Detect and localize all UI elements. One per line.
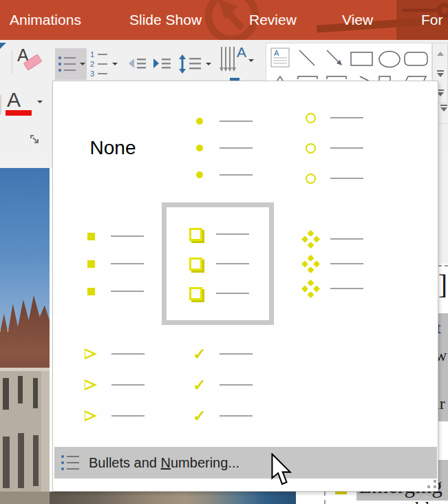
filled-round-bullet-icon xyxy=(196,171,203,178)
bullet-option-filled-square[interactable] xyxy=(61,202,164,325)
more-bar-icon xyxy=(437,70,444,72)
tab-slide-show[interactable]: Slide Show xyxy=(129,0,202,40)
bullet-option-star[interactable] xyxy=(280,202,385,325)
bullet-option-none[interactable]: None xyxy=(61,96,164,200)
resize-grip-icon[interactable] xyxy=(434,485,436,488)
slide-photo xyxy=(0,168,50,504)
hollow-square-bullet-icon xyxy=(189,287,202,300)
triangle-up-icon xyxy=(437,52,444,56)
line-spacing-icon xyxy=(178,54,202,74)
placeholder-border xyxy=(438,265,448,266)
powerpoint-window: Animations Slide Show Review View For A … xyxy=(0,0,448,504)
text-direction-button[interactable]: A xyxy=(219,44,259,80)
font-color-swatch xyxy=(6,110,32,116)
bullets-icon xyxy=(61,455,79,470)
ribbon-tab-bar: Animations Slide Show Review View For xyxy=(0,0,448,40)
increase-indent-button[interactable] xyxy=(153,51,173,77)
increase-indent-icon xyxy=(153,56,172,71)
shape-oval[interactable] xyxy=(378,50,401,68)
placeholder-border xyxy=(324,492,326,504)
filled-round-bullet-icon xyxy=(196,145,203,151)
textbox-letter: A xyxy=(274,49,279,57)
arrow-bullet-icon xyxy=(85,348,98,359)
shape-text-box[interactable]: A xyxy=(270,48,290,68)
chevron-down-icon xyxy=(248,59,254,62)
font-color-button[interactable]: A xyxy=(4,88,44,120)
bullets-and-numbering-menu-item[interactable]: Bullets and Numbering... xyxy=(54,447,437,479)
arrow-bullet-icon xyxy=(85,379,98,390)
filled-square-bullet-icon xyxy=(87,233,95,240)
bullet-option-hollow-square-selected[interactable] xyxy=(162,202,274,325)
slide-text-fragment: bl xyxy=(415,498,430,504)
bullet-option-filled-round[interactable] xyxy=(169,96,274,200)
more-bar-icon xyxy=(440,105,447,106)
shape-rectangle[interactable] xyxy=(350,52,374,67)
resize-grip-icon[interactable] xyxy=(434,480,436,483)
decrease-indent-icon xyxy=(128,56,147,71)
numbering-button[interactable]: 1 2 3 xyxy=(88,48,125,80)
tab-animations[interactable]: Animations xyxy=(10,0,81,40)
shape-rounded-rectangle[interactable] xyxy=(404,52,429,67)
decrease-indent-button[interactable] xyxy=(128,51,149,77)
gallery-scroll-up-button[interactable] xyxy=(433,43,447,63)
text-direction-letter: A xyxy=(237,44,246,61)
access-key: N xyxy=(161,455,171,470)
filled-square-bullet-icon xyxy=(87,288,95,295)
tab-format[interactable]: For xyxy=(421,0,443,40)
hollow-round-bullet-icon xyxy=(306,143,316,154)
menu-item-label: Bullets and Numbering... xyxy=(89,455,239,471)
filled-square-bullet-icon xyxy=(87,260,95,268)
photo-building xyxy=(0,368,50,504)
font-color-icon: A xyxy=(7,88,21,112)
bullet-option-hollow-round[interactable] xyxy=(280,96,385,200)
chevron-down-icon xyxy=(206,63,211,65)
chevron-down-icon xyxy=(37,101,43,103)
second-more-button[interactable] xyxy=(440,105,448,116)
slide-bullet-square xyxy=(335,492,347,494)
chevron-down-icon xyxy=(80,63,85,65)
dialog-launcher-button[interactable] xyxy=(30,135,41,146)
resize-grip-icon[interactable] xyxy=(427,485,430,488)
filled-round-bullet-icon xyxy=(196,118,203,125)
numbering-icon: 1 2 3 xyxy=(90,50,107,78)
separator xyxy=(438,123,448,124)
clear-formatting-button[interactable]: A xyxy=(16,44,41,76)
none-label: None xyxy=(90,137,136,159)
tab-view[interactable]: View xyxy=(342,0,373,40)
partial-icon xyxy=(0,43,6,49)
triangle-down-icon xyxy=(437,73,444,77)
hollow-square-bullet-icon xyxy=(189,258,202,271)
checkmark-bullet-icon: ✓ xyxy=(193,348,206,359)
bullets-gallery-dropdown: None xyxy=(52,81,438,492)
hollow-round-bullet-icon xyxy=(306,174,316,184)
hollow-round-bullet-icon xyxy=(306,113,316,123)
star-bullet-icon xyxy=(307,235,314,242)
checkmark-bullet-icon: ✓ xyxy=(193,379,206,390)
bullet-option-checkmark[interactable]: ✓ ✓ ✓ xyxy=(169,328,274,441)
star-bullet-icon xyxy=(307,285,314,292)
star-bullet-icon xyxy=(307,260,314,267)
triangle-down-icon xyxy=(440,107,447,112)
separator xyxy=(12,50,12,74)
line-spacing-button[interactable] xyxy=(178,48,216,80)
arrow-bullet-icon xyxy=(85,410,98,421)
tab-review[interactable]: Review xyxy=(249,0,297,40)
separator xyxy=(0,95,1,114)
shape-line[interactable] xyxy=(297,48,317,68)
hollow-square-bullet-icon xyxy=(189,228,202,241)
dialog-launcher-icon xyxy=(30,135,41,145)
bullets-icon xyxy=(58,56,76,72)
bullets-button[interactable] xyxy=(55,48,87,80)
shape-arrow[interactable] xyxy=(324,48,345,68)
chevron-down-icon xyxy=(112,63,118,65)
photo-bottom-strip xyxy=(50,492,296,504)
checkmark-bullet-icon: ✓ xyxy=(193,410,206,421)
mouse-cursor xyxy=(271,453,293,486)
bullet-option-arrow[interactable] xyxy=(61,328,166,441)
